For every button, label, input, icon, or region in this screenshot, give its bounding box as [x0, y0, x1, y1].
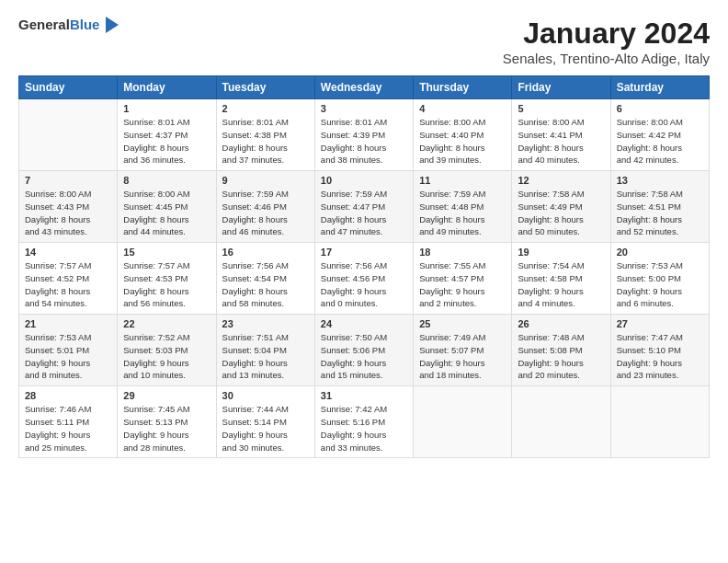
calendar-table: SundayMondayTuesdayWednesdayThursdayFrid… — [18, 75, 710, 458]
day-number: 17 — [321, 247, 407, 258]
day-cell: 12Sunrise: 7:58 AM Sunset: 4:49 PM Dayli… — [512, 171, 610, 243]
header-cell-thursday: Thursday — [414, 76, 512, 99]
day-info: Sunrise: 7:58 AM Sunset: 4:51 PM Dayligh… — [617, 188, 703, 238]
day-cell: 20Sunrise: 7:53 AM Sunset: 5:00 PM Dayli… — [610, 243, 709, 315]
day-number: 11 — [419, 175, 506, 186]
day-number: 5 — [518, 103, 604, 114]
day-cell: 5Sunrise: 8:00 AM Sunset: 4:41 PM Daylig… — [512, 99, 610, 171]
day-cell: 7Sunrise: 8:00 AM Sunset: 4:43 PM Daylig… — [19, 171, 118, 243]
day-cell: 14Sunrise: 7:57 AM Sunset: 4:52 PM Dayli… — [19, 243, 118, 315]
page: GeneralBlue January 2024 Senales, Trenti… — [0, 0, 728, 467]
day-cell: 4Sunrise: 8:00 AM Sunset: 4:40 PM Daylig… — [414, 99, 512, 171]
day-info: Sunrise: 7:59 AM Sunset: 4:48 PM Dayligh… — [419, 188, 506, 238]
day-cell: 22Sunrise: 7:52 AM Sunset: 5:03 PM Dayli… — [118, 315, 216, 386]
day-number: 12 — [518, 175, 604, 186]
day-info: Sunrise: 8:01 AM Sunset: 4:39 PM Dayligh… — [321, 116, 407, 167]
day-cell: 11Sunrise: 7:59 AM Sunset: 4:48 PM Dayli… — [414, 171, 512, 243]
day-info: Sunrise: 7:57 AM Sunset: 4:53 PM Dayligh… — [123, 259, 210, 310]
day-number: 29 — [123, 390, 210, 401]
day-cell: 26Sunrise: 7:48 AM Sunset: 5:08 PM Dayli… — [512, 315, 610, 386]
day-info: Sunrise: 7:53 AM Sunset: 5:00 PM Dayligh… — [617, 259, 703, 310]
day-cell — [19, 99, 118, 171]
day-info: Sunrise: 7:56 AM Sunset: 4:54 PM Dayligh… — [222, 259, 309, 310]
day-info: Sunrise: 7:57 AM Sunset: 4:52 PM Dayligh… — [25, 259, 111, 310]
day-number: 23 — [222, 318, 309, 329]
day-info: Sunrise: 7:44 AM Sunset: 5:14 PM Dayligh… — [222, 403, 309, 454]
day-cell: 13Sunrise: 7:58 AM Sunset: 4:51 PM Dayli… — [610, 171, 709, 243]
day-cell: 25Sunrise: 7:49 AM Sunset: 5:07 PM Dayli… — [414, 315, 512, 386]
day-cell: 27Sunrise: 7:47 AM Sunset: 5:10 PM Dayli… — [610, 315, 709, 386]
location-title: Senales, Trentino-Alto Adige, Italy — [503, 51, 710, 66]
day-number: 3 — [321, 103, 407, 114]
day-cell: 21Sunrise: 7:53 AM Sunset: 5:01 PM Dayli… — [19, 315, 118, 386]
day-info: Sunrise: 7:50 AM Sunset: 5:06 PM Dayligh… — [321, 331, 407, 382]
day-info: Sunrise: 7:59 AM Sunset: 4:47 PM Dayligh… — [321, 188, 407, 238]
day-info: Sunrise: 7:55 AM Sunset: 4:57 PM Dayligh… — [419, 259, 506, 310]
day-number: 15 — [123, 247, 210, 258]
day-cell — [512, 386, 610, 458]
day-number: 13 — [617, 175, 703, 186]
day-number: 20 — [617, 247, 703, 258]
header: GeneralBlue January 2024 Senales, Trenti… — [18, 17, 710, 66]
day-info: Sunrise: 7:48 AM Sunset: 5:08 PM Dayligh… — [518, 331, 604, 382]
day-cell: 24Sunrise: 7:50 AM Sunset: 5:06 PM Dayli… — [314, 315, 413, 386]
header-cell-tuesday: Tuesday — [216, 76, 314, 99]
day-number: 21 — [25, 318, 111, 329]
day-cell: 2Sunrise: 8:01 AM Sunset: 4:38 PM Daylig… — [216, 99, 314, 171]
week-row-5: 28Sunrise: 7:46 AM Sunset: 5:11 PM Dayli… — [19, 386, 710, 458]
day-number: 4 — [419, 103, 506, 114]
day-number: 30 — [222, 390, 309, 401]
day-number: 1 — [123, 103, 210, 114]
day-number: 18 — [419, 247, 506, 258]
day-number: 9 — [222, 175, 309, 186]
day-cell: 30Sunrise: 7:44 AM Sunset: 5:14 PM Dayli… — [216, 386, 314, 458]
logo-text: GeneralBlue — [18, 17, 99, 33]
logo-arrow-icon — [106, 17, 119, 33]
day-cell — [414, 386, 512, 458]
day-number: 24 — [321, 318, 407, 329]
day-number: 7 — [25, 175, 111, 186]
day-info: Sunrise: 8:00 AM Sunset: 4:43 PM Dayligh… — [25, 188, 111, 238]
day-cell: 16Sunrise: 7:56 AM Sunset: 4:54 PM Dayli… — [216, 243, 314, 315]
day-info: Sunrise: 7:54 AM Sunset: 4:58 PM Dayligh… — [518, 259, 604, 310]
calendar-header: SundayMondayTuesdayWednesdayThursdayFrid… — [19, 76, 710, 99]
day-info: Sunrise: 8:01 AM Sunset: 4:37 PM Dayligh… — [123, 116, 210, 167]
day-number: 26 — [518, 318, 604, 329]
day-cell: 9Sunrise: 7:59 AM Sunset: 4:46 PM Daylig… — [216, 171, 314, 243]
day-number: 14 — [25, 247, 111, 258]
day-info: Sunrise: 7:47 AM Sunset: 5:10 PM Dayligh… — [617, 331, 703, 382]
month-title: January 2024 — [503, 17, 710, 51]
day-number: 25 — [419, 318, 506, 329]
day-cell: 19Sunrise: 7:54 AM Sunset: 4:58 PM Dayli… — [512, 243, 610, 315]
day-cell: 8Sunrise: 8:00 AM Sunset: 4:45 PM Daylig… — [118, 171, 216, 243]
day-info: Sunrise: 7:53 AM Sunset: 5:01 PM Dayligh… — [25, 331, 111, 382]
day-cell: 17Sunrise: 7:56 AM Sunset: 4:56 PM Dayli… — [314, 243, 413, 315]
week-row-4: 21Sunrise: 7:53 AM Sunset: 5:01 PM Dayli… — [19, 315, 710, 386]
day-info: Sunrise: 7:42 AM Sunset: 5:16 PM Dayligh… — [321, 403, 407, 454]
day-info: Sunrise: 7:52 AM Sunset: 5:03 PM Dayligh… — [123, 331, 210, 382]
day-info: Sunrise: 7:59 AM Sunset: 4:46 PM Dayligh… — [222, 188, 309, 238]
day-info: Sunrise: 7:58 AM Sunset: 4:49 PM Dayligh… — [518, 188, 604, 238]
day-number: 2 — [222, 103, 309, 114]
header-cell-monday: Monday — [118, 76, 216, 99]
header-cell-friday: Friday — [512, 76, 610, 99]
day-cell: 6Sunrise: 8:00 AM Sunset: 4:42 PM Daylig… — [610, 99, 709, 171]
day-number: 8 — [123, 175, 210, 186]
day-info: Sunrise: 7:51 AM Sunset: 5:04 PM Dayligh… — [222, 331, 309, 382]
day-number: 27 — [617, 318, 703, 329]
logo: GeneralBlue — [18, 17, 119, 33]
day-cell: 10Sunrise: 7:59 AM Sunset: 4:47 PM Dayli… — [314, 171, 413, 243]
day-info: Sunrise: 8:00 AM Sunset: 4:45 PM Dayligh… — [123, 188, 210, 238]
header-cell-sunday: Sunday — [19, 76, 118, 99]
week-row-1: 1Sunrise: 8:01 AM Sunset: 4:37 PM Daylig… — [19, 99, 710, 171]
day-cell: 1Sunrise: 8:01 AM Sunset: 4:37 PM Daylig… — [118, 99, 216, 171]
day-cell — [610, 386, 709, 458]
day-cell: 23Sunrise: 7:51 AM Sunset: 5:04 PM Dayli… — [216, 315, 314, 386]
day-number: 22 — [123, 318, 210, 329]
header-cell-wednesday: Wednesday — [314, 76, 413, 99]
header-row: SundayMondayTuesdayWednesdayThursdayFrid… — [19, 76, 710, 99]
title-area: January 2024 Senales, Trentino-Alto Adig… — [503, 17, 710, 66]
day-number: 31 — [321, 390, 407, 401]
calendar-body: 1Sunrise: 8:01 AM Sunset: 4:37 PM Daylig… — [19, 99, 710, 458]
day-info: Sunrise: 7:56 AM Sunset: 4:56 PM Dayligh… — [321, 259, 407, 310]
